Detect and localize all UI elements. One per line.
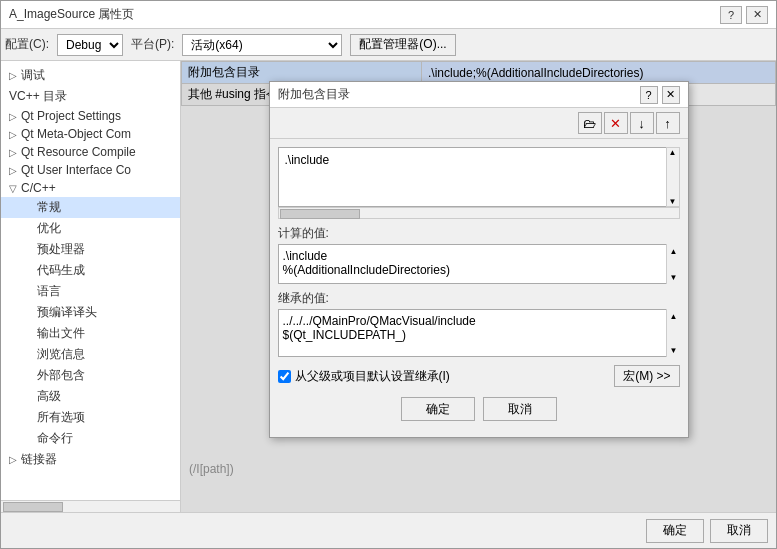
dialog-close-button[interactable]: ✕ bbox=[662, 86, 680, 104]
sidebar-item-命令行[interactable]: 命令行 bbox=[1, 428, 180, 449]
sidebar-label-qt-ui: Qt User Interface Co bbox=[21, 163, 131, 177]
expand-icon-链接器: ▷ bbox=[9, 454, 17, 465]
sidebar-item-预编译头[interactable]: 预编译译头 bbox=[1, 302, 180, 323]
computed-scroll-down[interactable]: ▼ bbox=[667, 270, 681, 284]
list-hscroll[interactable] bbox=[278, 207, 680, 219]
dialog-overlay: 附加包含目录 ? ✕ 🗁 ✕ bbox=[181, 61, 776, 512]
sidebar-label-qt-resource: Qt Resource Compile bbox=[21, 145, 136, 159]
folder-icon: 🗁 bbox=[583, 116, 596, 131]
dialog-title-bar: 附加包含目录 ? ✕ bbox=[270, 82, 688, 108]
main-window: A_ImageSource 属性页 ? ✕ 配置(C): Debug 平台(P)… bbox=[0, 0, 777, 549]
inherited-label: 继承的值: bbox=[278, 290, 680, 307]
list-scrollbar[interactable]: ▲ ▼ bbox=[666, 147, 680, 207]
dialog-help-button[interactable]: ? bbox=[640, 86, 658, 104]
sidebar-item-qt-ui[interactable]: ▷ Qt User Interface Co bbox=[1, 161, 180, 179]
list-hscroll-thumb[interactable] bbox=[280, 209, 360, 219]
dialog-cancel-button[interactable]: 取消 bbox=[483, 397, 557, 421]
folder-button[interactable]: 🗁 bbox=[578, 112, 602, 134]
sidebar-label-代码生成: 代码生成 bbox=[37, 262, 85, 279]
computed-box: .\include %(AdditionalIncludeDirectories… bbox=[278, 244, 680, 284]
bottom-row: 确定 取消 bbox=[1, 512, 776, 548]
list-item-include[interactable]: .\include bbox=[283, 152, 675, 168]
sidebar-item-语言[interactable]: 语言 bbox=[1, 281, 180, 302]
sidebar-hscroll[interactable] bbox=[1, 500, 180, 512]
sidebar-item-qt-resource[interactable]: ▷ Qt Resource Compile bbox=[1, 143, 180, 161]
inherited-box: ../../../QMainPro/QMacVisual/include $(Q… bbox=[278, 309, 680, 357]
sidebar-item-浏览信息[interactable]: 浏览信息 bbox=[1, 344, 180, 365]
sidebar-item-所有选项[interactable]: 所有选项 bbox=[1, 407, 180, 428]
sidebar-item-vc[interactable]: VC++ 目录 bbox=[1, 86, 180, 107]
delete-button[interactable]: ✕ bbox=[604, 112, 628, 134]
inherited-scrollbar[interactable]: ▲ ▼ bbox=[666, 309, 680, 357]
sidebar-label-浏览信息: 浏览信息 bbox=[37, 346, 85, 363]
expand-icon-调试: ▷ bbox=[9, 70, 17, 81]
dialog: 附加包含目录 ? ✕ 🗁 ✕ bbox=[269, 81, 689, 438]
content-area: ▷ 调试 VC++ 目录 ▷ Qt Project Settings ▷ Qt … bbox=[1, 61, 776, 512]
window-title: A_ImageSource 属性页 bbox=[9, 6, 134, 23]
platform-select[interactable]: 活动(x64) bbox=[182, 34, 342, 56]
cancel-button[interactable]: 取消 bbox=[710, 519, 768, 543]
title-bar-buttons: ? ✕ bbox=[720, 6, 768, 24]
checkbox-row: 从父级或项目默认设置继承(I) 宏(M) >> bbox=[278, 365, 680, 387]
up-arrow-icon: ↑ bbox=[664, 116, 671, 131]
sidebar-label-常规: 常规 bbox=[37, 199, 61, 216]
sidebar: ▷ 调试 VC++ 目录 ▷ Qt Project Settings ▷ Qt … bbox=[1, 61, 181, 500]
sidebar-item-预处理器[interactable]: 预处理器 bbox=[1, 239, 180, 260]
down-arrow-icon: ↓ bbox=[638, 116, 645, 131]
dialog-bottom-buttons: 确定 取消 bbox=[278, 393, 680, 429]
sidebar-label-命令行: 命令行 bbox=[37, 430, 73, 447]
inherited-scroll-up[interactable]: ▲ bbox=[667, 309, 681, 323]
dialog-toolbar: 🗁 ✕ ↓ ↑ bbox=[270, 108, 688, 139]
computed-label: 计算的值: bbox=[278, 225, 680, 242]
sidebar-item-输出文件[interactable]: 输出文件 bbox=[1, 323, 180, 344]
ok-button[interactable]: 确定 bbox=[646, 519, 704, 543]
sidebar-item-常规[interactable]: 常规 bbox=[1, 197, 180, 218]
sidebar-item-高级[interactable]: 高级 bbox=[1, 386, 180, 407]
dialog-body: .\include ▲ ▼ bbox=[270, 139, 688, 437]
sidebar-label-预处理器: 预处理器 bbox=[37, 241, 85, 258]
move-up-button[interactable]: ↑ bbox=[656, 112, 680, 134]
sidebar-item-调试[interactable]: ▷ 调试 bbox=[1, 65, 180, 86]
sidebar-label-预编译头: 预编译译头 bbox=[37, 304, 97, 321]
help-button[interactable]: ? bbox=[720, 6, 742, 24]
scroll-down-arrow[interactable]: ▼ bbox=[667, 197, 679, 206]
delete-icon: ✕ bbox=[610, 116, 621, 131]
expand-icon-qt-resource: ▷ bbox=[9, 147, 17, 158]
config-label: 配置(C): bbox=[5, 36, 49, 53]
sidebar-item-优化[interactable]: 优化 bbox=[1, 218, 180, 239]
dialog-ok-button[interactable]: 确定 bbox=[401, 397, 475, 421]
expand-icon-qt-meta: ▷ bbox=[9, 129, 17, 140]
scroll-up-arrow[interactable]: ▲ bbox=[667, 148, 679, 157]
dialog-list-box[interactable]: .\include bbox=[278, 147, 680, 207]
sidebar-label-优化: 优化 bbox=[37, 220, 61, 237]
sidebar-item-代码生成[interactable]: 代码生成 bbox=[1, 260, 180, 281]
inherit-checkbox[interactable] bbox=[278, 370, 291, 383]
sidebar-label-链接器: 链接器 bbox=[21, 451, 57, 468]
sidebar-label-vc: VC++ 目录 bbox=[9, 88, 67, 105]
sidebar-item-qt-meta[interactable]: ▷ Qt Meta-Object Com bbox=[1, 125, 180, 143]
sidebar-item-链接器[interactable]: ▷ 链接器 bbox=[1, 449, 180, 470]
sidebar-label-所有选项: 所有选项 bbox=[37, 409, 85, 426]
sidebar-item-qt-project[interactable]: ▷ Qt Project Settings bbox=[1, 107, 180, 125]
inherited-scroll-down[interactable]: ▼ bbox=[667, 343, 681, 357]
computed-scrollbar[interactable]: ▲ ▼ bbox=[666, 244, 680, 284]
sidebar-label-高级: 高级 bbox=[37, 388, 61, 405]
toolbar-row: 配置(C): Debug 平台(P): 活动(x64) 配置管理器(O)... bbox=[1, 29, 776, 61]
move-down-button[interactable]: ↓ bbox=[630, 112, 654, 134]
sidebar-item-外部包含[interactable]: 外部包含 bbox=[1, 365, 180, 386]
sidebar-item-cpp[interactable]: ▽ C/C++ bbox=[1, 179, 180, 197]
sidebar-label-cpp: C/C++ bbox=[21, 181, 56, 195]
config-mgr-button[interactable]: 配置管理器(O)... bbox=[350, 34, 455, 56]
sidebar-label-qt-meta: Qt Meta-Object Com bbox=[21, 127, 131, 141]
sidebar-label-语言: 语言 bbox=[37, 283, 61, 300]
platform-label: 平台(P): bbox=[131, 36, 174, 53]
config-select[interactable]: Debug bbox=[57, 34, 123, 56]
expand-icon-cpp: ▽ bbox=[9, 183, 17, 194]
computed-scroll-up[interactable]: ▲ bbox=[667, 244, 681, 258]
sidebar-hscroll-thumb[interactable] bbox=[3, 502, 63, 512]
expand-icon-qt-ui: ▷ bbox=[9, 165, 17, 176]
sidebar-label-调试: 调试 bbox=[21, 67, 45, 84]
inherited-item-1: $(Qt_INCLUDEPATH_) bbox=[283, 328, 661, 342]
close-button[interactable]: ✕ bbox=[746, 6, 768, 24]
macro-button[interactable]: 宏(M) >> bbox=[614, 365, 679, 387]
